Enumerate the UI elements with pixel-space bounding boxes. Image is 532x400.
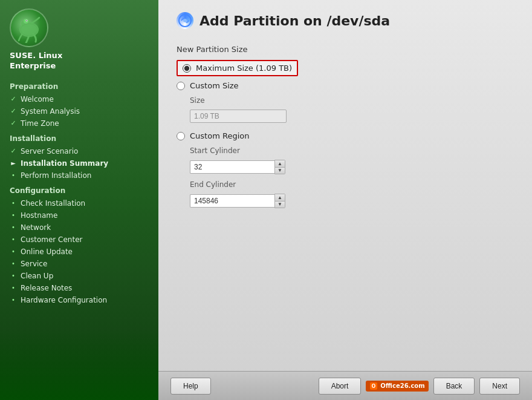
size-subform: Size 1.09 TB	[190, 96, 394, 123]
sidebar-item-customer-center[interactable]: • Customer Center	[0, 234, 158, 246]
sidebar-item-label: Check Installation	[21, 199, 85, 208]
bullet-icon: •	[10, 200, 17, 206]
sidebar-item-time-zone[interactable]: ✓ Time Zone	[0, 117, 158, 130]
sidebar: SUSE. Linux Enterprise Preparation ✓ Wel…	[0, 0, 158, 400]
next-button[interactable]: Next	[479, 378, 520, 395]
sidebar-item-label: Online Update	[21, 248, 73, 256]
bullet-icon: •	[10, 248, 17, 255]
section-preparation: Preparation	[0, 77, 158, 93]
bullet-icon: •	[10, 297, 17, 303]
sidebar-item-perform-installation[interactable]: • Perform Installation	[0, 169, 158, 182]
sidebar-item-welcome[interactable]: ✓ Welcome	[0, 93, 158, 105]
sidebar-item-label: Hardware Configuration	[21, 296, 107, 304]
abort-button[interactable]: Abort	[319, 378, 362, 395]
maximum-size-option[interactable]: Maximum Size (1.09 TB)	[177, 60, 298, 76]
sidebar-item-network[interactable]: • Network	[0, 221, 158, 234]
header-icon	[177, 12, 193, 29]
page-header: Add Partition on /dev/sda	[158, 0, 532, 39]
sidebar-item-label: Hostname	[21, 211, 57, 220]
custom-size-option[interactable]: Custom Size	[177, 81, 394, 90]
start-cylinder-down-button[interactable]: ▼	[275, 167, 285, 174]
custom-size-radio[interactable]	[177, 82, 185, 90]
sidebar-item-label: Clean Up	[21, 272, 53, 280]
logo-text: SUSE. Linux Enterprise	[10, 51, 62, 71]
sidebar-item-system-analysis[interactable]: ✓ System Analysis	[0, 105, 158, 117]
sidebar-item-label: Network	[21, 223, 51, 232]
section-installation: Installation	[0, 130, 158, 145]
end-cylinder-label: End Cylinder	[190, 180, 394, 189]
svg-text:O: O	[372, 384, 376, 389]
bullet-icon: •	[10, 260, 17, 267]
end-cylinder-spinner: 145846 ▲ ▼	[190, 194, 394, 208]
sidebar-item-online-update[interactable]: • Online Update	[0, 246, 158, 258]
check-icon: ✓	[10, 119, 17, 127]
bullet-icon: •	[10, 236, 17, 243]
custom-region-label: Custom Region	[190, 131, 249, 140]
logo-icon	[10, 8, 48, 47]
sidebar-item-release-notes[interactable]: • Release Notes	[0, 282, 158, 294]
maximum-size-radio[interactable]	[183, 64, 191, 73]
sidebar-item-label: Server Scenario	[21, 147, 78, 156]
start-cylinder-label: Start Cylinder	[190, 146, 394, 155]
footer: Help Abort O Office26.com Back Next	[158, 371, 532, 400]
sidebar-item-label: Time Zone	[21, 119, 59, 128]
sidebar-item-label: Service	[21, 260, 47, 268]
partition-form: Maximum Size (1.09 TB) Custom Size Size …	[177, 60, 394, 208]
size-input[interactable]: 1.09 TB	[190, 110, 287, 123]
bullet-icon: •	[10, 284, 17, 291]
sidebar-item-label: Welcome	[21, 95, 54, 103]
sidebar-item-installation-summary[interactable]: ► Installation Summary	[0, 157, 158, 169]
content-body: New Partition Size Maximum Size (1.09 TB…	[158, 39, 532, 371]
start-cylinder-subform: Start Cylinder 32 ▲ ▼	[190, 146, 394, 174]
content-area: Add Partition on /dev/sda New Partition …	[158, 0, 532, 400]
sidebar-item-hostname[interactable]: • Hostname	[0, 209, 158, 221]
sidebar-item-hardware-configuration[interactable]: • Hardware Configuration	[0, 294, 158, 306]
office-badge: O Office26.com	[366, 381, 428, 392]
check-icon: ✓	[10, 147, 17, 155]
section-configuration: Configuration	[0, 182, 158, 197]
end-cylinder-subform: End Cylinder 145846 ▲ ▼	[190, 180, 394, 208]
size-label: Size	[190, 96, 394, 105]
bullet-icon: •	[10, 212, 17, 218]
check-icon: ✓	[10, 107, 17, 115]
end-cylinder-up-button[interactable]: ▲	[275, 194, 285, 201]
sidebar-item-check-installation[interactable]: • Check Installation	[0, 197, 158, 209]
custom-region-radio[interactable]	[177, 132, 185, 140]
form-section-label: New Partition Size	[177, 45, 514, 54]
end-cylinder-spinner-buttons: ▲ ▼	[274, 194, 285, 208]
arrow-icon: ►	[10, 160, 17, 166]
maximum-size-label: Maximum Size (1.09 TB)	[196, 64, 292, 73]
custom-size-label: Custom Size	[190, 81, 239, 90]
back-button[interactable]: Back	[433, 378, 475, 395]
start-cylinder-spinner: 32 ▲ ▼	[190, 160, 394, 174]
start-cylinder-input[interactable]: 32	[190, 160, 274, 174]
start-cylinder-up-button[interactable]: ▲	[275, 160, 285, 167]
custom-region-option[interactable]: Custom Region	[177, 131, 394, 140]
sidebar-item-service[interactable]: • Service	[0, 258, 158, 270]
sidebar-item-label: Release Notes	[21, 284, 72, 292]
bullet-icon: •	[10, 172, 17, 179]
logo-area: SUSE. Linux Enterprise	[0, 0, 158, 77]
check-icon: ✓	[10, 95, 17, 103]
end-cylinder-down-button[interactable]: ▼	[275, 201, 285, 208]
sidebar-item-clean-up[interactable]: • Clean Up	[0, 270, 158, 282]
sidebar-item-label: Customer Center	[21, 235, 83, 244]
svg-point-7	[183, 19, 187, 22]
bullet-icon: •	[10, 272, 17, 279]
office-badge-text: Office26.com	[380, 382, 424, 389]
page-title: Add Partition on /dev/sda	[199, 13, 390, 28]
help-button[interactable]: Help	[170, 378, 211, 395]
end-cylinder-input[interactable]: 145846	[190, 194, 274, 208]
sidebar-item-server-scenario[interactable]: ✓ Server Scenario	[0, 145, 158, 157]
svg-point-4	[26, 20, 27, 21]
footer-right: Abort O Office26.com Back Next	[319, 378, 520, 395]
bullet-icon: •	[10, 224, 17, 231]
sidebar-item-label: Installation Summary	[21, 159, 108, 168]
sidebar-item-label: System Analysis	[21, 107, 80, 116]
sidebar-item-label: Perform Installation	[21, 171, 91, 180]
start-cylinder-spinner-buttons: ▲ ▼	[274, 160, 285, 174]
